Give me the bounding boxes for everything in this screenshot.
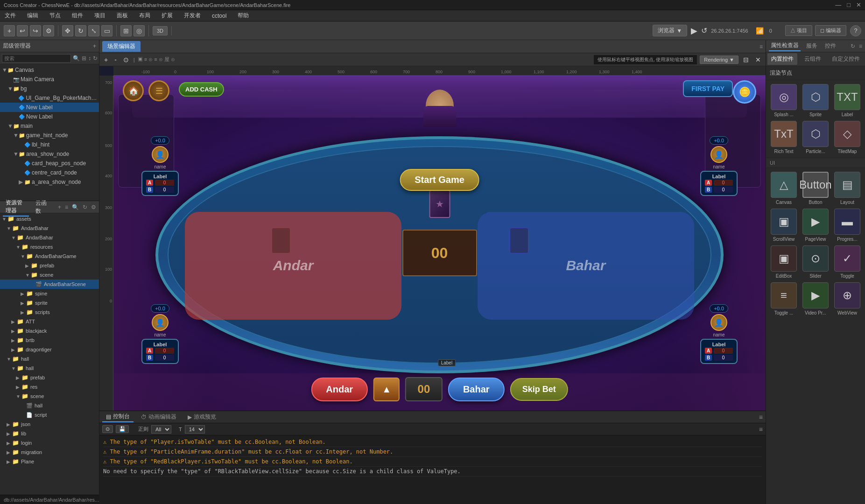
component-item-splash[interactable]: ◎Splash ...: [770, 84, 798, 117]
asset-item[interactable]: ▶📁Plane: [0, 457, 99, 466]
right-panel-refresh[interactable]: ↻: [851, 43, 855, 49]
zoom-out-btn[interactable]: -: [113, 55, 119, 64]
ui-component-item-pageview[interactable]: ▶PageView: [802, 209, 830, 242]
bahar-button[interactable]: Bahar: [448, 378, 505, 401]
ui-component-item-slider[interactable]: ⊙Slider: [802, 245, 830, 279]
close-button[interactable]: ✕: [856, 1, 861, 8]
menu-item-扩展[interactable]: 扩展: [160, 11, 175, 21]
assets-search-icon[interactable]: 🔍: [72, 204, 79, 210]
tree-item[interactable]: ▶📁a_area_show_node: [0, 177, 99, 187]
tree-item[interactable]: ▼📁Canvas: [0, 65, 99, 75]
tree-item[interactable]: 🔷New Label: [0, 103, 99, 112]
asset-item[interactable]: 📄script: [0, 410, 99, 420]
ui-component-item-layout[interactable]: ▤Layout: [833, 172, 861, 205]
asset-item[interactable]: 🎬AndarBaharScene: [0, 280, 99, 289]
menu-button[interactable]: ☰: [148, 80, 169, 101]
refresh-icon[interactable]: ↻: [93, 55, 98, 62]
settings-button[interactable]: ⚙: [43, 25, 54, 36]
zoom-in-btn[interactable]: +: [102, 55, 110, 64]
browser-button[interactable]: 浏览器 ▼: [653, 25, 687, 36]
play-button[interactable]: ▶: [691, 26, 697, 36]
asset-item[interactable]: ▶📁lib: [0, 429, 99, 438]
rect-tool[interactable]: ▭: [101, 25, 113, 36]
rendering-button[interactable]: Rendering ▼: [700, 56, 738, 64]
right-tab-controls[interactable]: 控件: [823, 41, 838, 51]
ui-component-item-scrollview[interactable]: ▣ScrollView: [770, 209, 798, 242]
scene-fullscreen-btn[interactable]: ⊟: [741, 55, 751, 64]
console-tab-main[interactable]: ▤ 控制台: [102, 412, 134, 422]
first-pay-button[interactable]: FIRST PAY: [683, 80, 733, 97]
asset-item[interactable]: ▶📁json: [0, 420, 99, 429]
console-save-btn[interactable]: 💾: [116, 425, 129, 433]
asset-item[interactable]: ▼📁resources: [0, 242, 99, 252]
asset-item[interactable]: ▶📁migration: [0, 448, 99, 457]
ui-component-item-progress[interactable]: ▬Progres...: [833, 209, 861, 242]
asset-item[interactable]: ▼📁AndarBahar: [0, 224, 99, 233]
hierarchy-search-input[interactable]: [2, 54, 71, 63]
asset-item[interactable]: ▶📁prefab: [0, 373, 99, 382]
level-select[interactable]: 14: [185, 425, 205, 434]
filter-select[interactable]: All: [151, 425, 171, 434]
component-item-label[interactable]: TXTLabel: [833, 84, 861, 117]
help-button[interactable]: ?: [850, 25, 861, 36]
console-tab-preview[interactable]: ▶ 游戏预览: [184, 412, 220, 422]
asset-item[interactable]: ▼📁hall: [0, 354, 99, 364]
zoom-reset-btn[interactable]: ⊙: [121, 55, 131, 64]
console-tab-animation[interactable]: ⏱ 动画编辑器: [137, 412, 180, 422]
assets-add-icon[interactable]: +: [58, 204, 61, 210]
ui-component-item-webview[interactable]: ⊕WebView: [833, 282, 861, 315]
search-icon[interactable]: 🔍: [73, 55, 80, 62]
game-canvas[interactable]: -100 0 100 200 300 400 500 600 700 800 9…: [99, 66, 766, 411]
asset-item[interactable]: ▼📁hall: [0, 364, 99, 373]
ui-component-item-videoprev[interactable]: ▶Video Pr...: [802, 282, 830, 315]
hierarchy-add-icon[interactable]: +: [93, 43, 96, 49]
console-right-menu[interactable]: ≡: [759, 426, 763, 433]
tree-item[interactable]: ▼📁main: [0, 121, 99, 131]
asset-item[interactable]: ▼📁AndarBaharGame: [0, 252, 99, 261]
assets-settings-icon[interactable]: ⚙: [91, 204, 96, 210]
asset-item[interactable]: ▼📁scene: [0, 392, 99, 401]
3d-toggle[interactable]: 3D: [153, 26, 168, 35]
asset-item[interactable]: ▶📁brtb: [0, 336, 99, 345]
scene-close-btn[interactable]: ✕: [753, 55, 763, 64]
up-arrow-button[interactable]: ▲: [373, 378, 400, 401]
asset-item[interactable]: ▶📁blackjack: [0, 326, 99, 336]
redo-button[interactable]: ↪: [30, 25, 41, 36]
asset-item[interactable]: ▼📁scene: [0, 270, 99, 280]
console-menu-icon[interactable]: ≡: [759, 413, 763, 421]
asset-item[interactable]: ▶📁res: [0, 382, 99, 392]
asset-item[interactable]: ▼📁AndarBahar: [0, 233, 99, 242]
menu-item-编辑[interactable]: 编辑: [25, 11, 40, 21]
move2-tool[interactable]: ⊞: [120, 25, 132, 36]
comp-tab-custom[interactable]: 自定义控件: [828, 53, 864, 65]
start-game-button[interactable]: Start Game: [400, 169, 479, 191]
menu-item-组件[interactable]: 组件: [70, 11, 85, 21]
filter-icon[interactable]: ⊞: [82, 55, 86, 62]
comp-tab-inner[interactable]: 内置控件: [767, 53, 797, 65]
asset-item[interactable]: ▶📁dragontiger: [0, 345, 99, 354]
tree-item[interactable]: 🔷New Label: [0, 112, 99, 121]
home-button[interactable]: 🏠: [123, 80, 144, 101]
right-tab-inspector[interactable]: 属性检查器: [769, 41, 801, 51]
project-button[interactable]: △ 项目: [785, 25, 812, 36]
tree-item[interactable]: 🔷centre_card_node: [0, 168, 99, 177]
tree-item[interactable]: 🔷UI_Game_Bg_PokerMachine: [0, 93, 99, 103]
asset-item[interactable]: ▶📁spine: [0, 289, 99, 298]
anchor-tool[interactable]: ◎: [134, 25, 145, 36]
tree-item[interactable]: ▼📁game_hint_node: [0, 131, 99, 140]
tree-item[interactable]: 🔷lbl_hint: [0, 140, 99, 149]
scale-tool[interactable]: ⤡: [88, 25, 99, 36]
asset-item[interactable]: 🎬hall: [0, 401, 99, 410]
andar-button[interactable]: Andar: [311, 378, 368, 401]
tree-item[interactable]: 📷Main Camera: [0, 75, 99, 84]
menu-item-项目[interactable]: 项目: [92, 11, 107, 21]
undo-button[interactable]: ↩: [17, 25, 28, 36]
menu-item-布局[interactable]: 布局: [137, 11, 152, 21]
menu-item-帮助[interactable]: 帮助: [236, 11, 251, 21]
maximize-button[interactable]: □: [847, 1, 851, 8]
comp-tab-cloud[interactable]: 云组件: [801, 53, 825, 65]
ui-component-item-toggle2[interactable]: ≡Toggle ...: [770, 282, 798, 315]
asset-item[interactable]: ▶📁login: [0, 438, 99, 448]
component-item-particle[interactable]: ⬡Particle...: [802, 121, 830, 154]
ui-component-item-canvas[interactable]: △Canvas: [770, 172, 798, 205]
